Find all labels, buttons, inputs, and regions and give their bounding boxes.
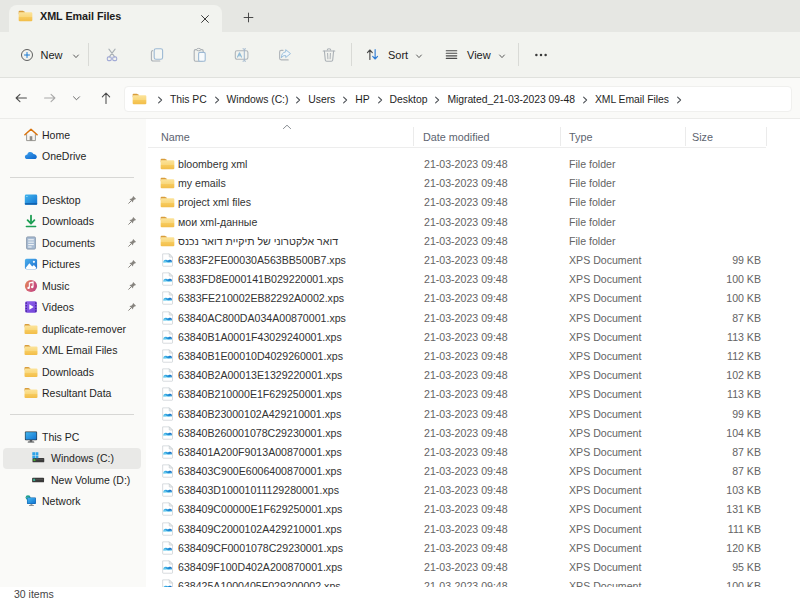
file-row[interactable]: 6383F2FE00030A563BB500B7.xps21-03-2023 0… [146,250,800,269]
breadcrumb-chevron-icon[interactable] [213,95,221,105]
column-headers: Name Date modified Type Size [146,127,800,147]
sidebar-item-label: Videos [42,301,74,313]
sidebar-item-new-volume-d-[interactable]: New Volume (D:) [0,469,146,491]
file-row[interactable]: 6383FD8E000141B029220001.xps21-03-2023 0… [146,270,800,289]
pin-icon [127,238,137,248]
file-row[interactable]: 638409C2000102A429210001.xps21-03-2023 0… [146,519,800,538]
folder-icon [160,235,175,247]
sidebar-item-label: Resultant Data [42,387,111,399]
sidebar-item-xml-email-files[interactable]: XML Email Files [0,340,146,362]
view-button[interactable]: View [444,32,507,77]
breadcrumb-chevron-icon[interactable] [581,95,589,105]
paste-button[interactable] [192,47,208,63]
file-row[interactable]: 638409F100D402A200870001.xps21-03-2023 0… [146,557,800,576]
file-date-modified: 21-03-2023 09:48 [424,465,508,477]
file-row[interactable]: 63840B1E00010D4029260001.xps21-03-2023 0… [146,346,800,365]
column-separator[interactable] [560,127,561,146]
column-header-name[interactable]: Name [161,131,190,143]
toolbar-separator [518,43,519,66]
file-row[interactable]: 638409CF0001078C29230001.xps21-03-2023 0… [146,538,800,557]
folder-row[interactable]: bloomberg xml21-03-2023 09:48File folder [146,155,800,174]
breadcrumb-item[interactable]: This PC [170,94,207,105]
breadcrumb-item[interactable]: Desktop [390,94,428,105]
new-tab-button[interactable] [238,7,258,27]
breadcrumb-chevron-icon[interactable] [675,95,683,105]
sidebar-item-music[interactable]: Music [0,275,146,297]
column-separator[interactable] [766,127,767,146]
breadcrumb-item[interactable]: Users [308,94,335,105]
sidebar-item-downloads[interactable]: Downloads [0,361,146,383]
sidebar-item-windows-c-[interactable]: Windows (C:) [0,448,146,470]
breadcrumb[interactable]: This PCWindows (C:)UsersHPDesktopMigrate… [124,86,792,112]
cut-button[interactable] [104,47,120,63]
file-row[interactable]: 6383FE210002EB82292A0002.xps21-03-2023 0… [146,289,800,308]
breadcrumb-item[interactable]: Windows (C:) [227,94,289,105]
column-header-size[interactable]: Size [692,131,713,143]
file-row[interactable]: 638425A1000405F029200002.xps21-03-2023 0… [146,577,800,587]
recent-locations-button[interactable] [71,93,82,104]
breadcrumb-chevron-icon[interactable] [433,95,441,105]
column-header-type[interactable]: Type [569,131,592,143]
breadcrumb-chevron-icon[interactable] [156,95,164,105]
file-row[interactable]: 63840AC800DA034A00870001.xps21-03-2023 0… [146,308,800,327]
file-row[interactable]: 638401A200F9013A00870001.xps21-03-2023 0… [146,442,800,461]
sidebar-item-desktop[interactable]: Desktop [0,189,146,211]
file-row[interactable]: 63840B1A0001F43029240001.xps21-03-2023 0… [146,327,800,346]
file-date-modified: 21-03-2023 09:48 [424,350,508,362]
tab-xml-email-files[interactable]: XML Email Files [9,5,222,32]
breadcrumb-chevron-icon[interactable] [376,95,384,105]
sidebar-item-resultant-data[interactable]: Resultant Data [0,383,146,405]
file-name: 638403D10001011129280001.xps [178,484,339,496]
file-row[interactable]: 638403D10001011129280001.xps21-03-2023 0… [146,481,800,500]
see-more-button[interactable] [533,32,549,77]
column-header-date-modified[interactable]: Date modified [423,131,490,143]
file-name: project xml files [178,196,251,208]
sidebar-item-label: Downloads [42,215,94,227]
sidebar-item-duplicate-remover[interactable]: duplicate-remover [0,318,146,340]
file-row[interactable]: 63840B23000102A429210001.xps21-03-2023 0… [146,404,800,423]
breadcrumb-chevron-icon[interactable] [294,95,302,105]
breadcrumb-item[interactable]: Migrated_21-03-2023 09-48 [447,94,575,105]
forward-button[interactable] [43,91,57,105]
breadcrumb-item[interactable]: XML Email Files [595,94,669,105]
file-type: XPS Document [569,561,641,573]
breadcrumb-item[interactable]: HP [355,94,369,105]
sidebar-item-home[interactable]: Home [0,124,146,146]
folder-row[interactable]: project xml files21-03-2023 09:48File fo… [146,193,800,212]
file-row[interactable]: 63840B260001078C29230001.xps21-03-2023 0… [146,423,800,442]
new-plus-icon [20,48,34,62]
xps-file-icon [161,311,174,325]
folder-icon [160,196,175,208]
column-separator[interactable] [685,127,686,146]
sidebar-item-downloads[interactable]: Downloads [0,211,146,233]
column-separator[interactable] [413,127,414,146]
share-button[interactable] [277,47,293,63]
sidebar-item-videos[interactable]: Videos [0,297,146,319]
delete-button[interactable] [321,47,337,63]
file-row[interactable]: 63840B210000E1F629250001.xps21-03-2023 0… [146,385,800,404]
sort-button[interactable]: Sort [365,32,424,77]
tab-close-button[interactable] [196,10,214,28]
file-type: File folder [569,177,616,189]
sidebar-item-this-pc[interactable]: This PC [0,426,146,448]
file-row[interactable]: 63840B2A00013E1329220001.xps21-03-2023 0… [146,366,800,385]
file-row[interactable]: 638403C900E6006400870001.xps21-03-2023 0… [146,462,800,481]
folder-row[interactable]: my emails21-03-2023 09:48File folder [146,174,800,193]
folder-row[interactable]: мои xml-данные21-03-2023 09:48File folde… [146,212,800,231]
sidebar-item-network[interactable]: Network [0,491,146,513]
sidebar-item-documents[interactable]: Documents [0,232,146,254]
new-button[interactable]: New [20,32,81,77]
sidebar-item-pictures[interactable]: Pictures [0,254,146,276]
folder-icon [24,322,38,336]
copy-button[interactable] [149,47,165,63]
up-button[interactable] [99,91,113,105]
folder-icon [24,386,38,400]
sidebar-item-onedrive[interactable]: OneDrive [0,146,146,168]
rename-button[interactable] [234,47,250,63]
file-date-modified: 21-03-2023 09:48 [424,158,508,170]
sidebar-item-label: Music [42,280,69,292]
back-button[interactable] [14,91,28,105]
breadcrumb-chevron-icon[interactable] [341,95,349,105]
folder-row[interactable]: דואר אלקטרוני של תיקיית דואר נכנס21-03-2… [146,231,800,250]
file-row[interactable]: 638409C00000E1F629250001.xps21-03-2023 0… [146,500,800,519]
